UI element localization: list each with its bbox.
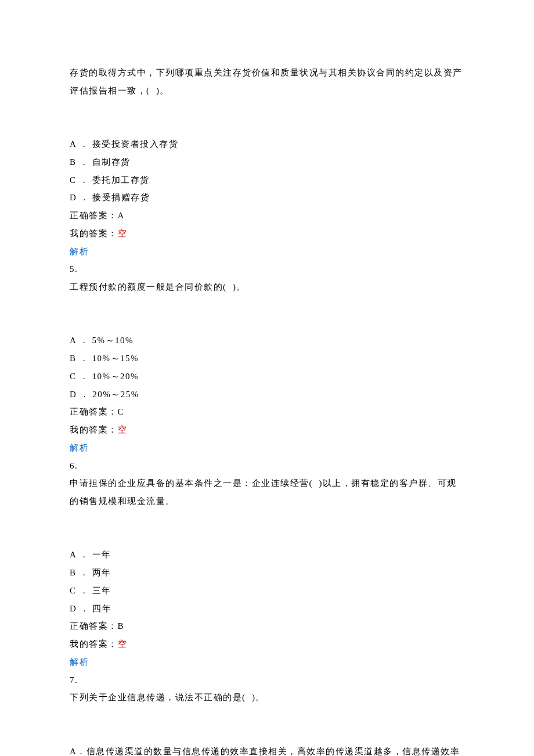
spacer <box>70 314 464 332</box>
q4-option-b: B ． 自制存货 <box>70 153 464 171</box>
q4-option-c: C ． 委托加工存货 <box>70 171 464 189</box>
spacer <box>70 296 464 314</box>
q5-option-a: A ． 5%～10% <box>70 332 464 350</box>
q7-stem: 下列关于企业信息传递，说法不正确的是( )。 <box>70 689 464 707</box>
spacer <box>70 725 464 743</box>
q6-option-a: A ． 一年 <box>70 546 464 564</box>
q6-my-answer-value: 空 <box>118 639 128 649</box>
q4-analysis-link[interactable]: 解析 <box>70 243 464 261</box>
spacer <box>70 528 464 546</box>
q4-option-d: D ． 接受捐赠存货 <box>70 189 464 207</box>
q5-number: 5. <box>70 260 464 278</box>
q4-my-answer: 我的答案：空 <box>70 225 464 243</box>
q6-option-b: B ． 两年 <box>70 564 464 582</box>
q6-number: 6. <box>70 457 464 475</box>
q6-option-c: C ． 三年 <box>70 582 464 600</box>
q6-option-d: D ． 四年 <box>70 600 464 618</box>
q5-analysis-link[interactable]: 解析 <box>70 439 464 457</box>
q5-stem: 工程预付款的额度一般是合同价款的( )。 <box>70 278 464 296</box>
q4-my-answer-value: 空 <box>118 229 128 238</box>
q4-stem: 存货的取得方式中，下列哪项重点关注存货价值和质量状况与其相关协议合同的约定以及资… <box>70 64 464 100</box>
q6-correct-answer: 正确答案：B <box>70 617 464 635</box>
q5-my-answer-label: 我的答案： <box>70 425 118 434</box>
q5-option-b: B ． 10%～15% <box>70 350 464 368</box>
spacer <box>70 117 464 135</box>
q5-correct-answer: 正确答案：C <box>70 403 464 421</box>
q5-my-answer: 我的答案：空 <box>70 421 464 439</box>
q7-number: 7. <box>70 671 464 689</box>
spacer <box>70 100 464 118</box>
spacer <box>70 510 464 528</box>
q4-my-answer-label: 我的答案： <box>70 229 118 238</box>
q7-option-a: A．信息传递渠道的数量与信息传递的效率直接相关，高效率的传递渠道越多，信息传递效… <box>70 743 464 757</box>
q6-analysis-link[interactable]: 解析 <box>70 653 464 671</box>
q5-option-c: C ． 10%～20% <box>70 368 464 386</box>
spacer <box>70 707 464 725</box>
q6-my-answer-label: 我的答案： <box>70 639 118 649</box>
q5-option-d: D ． 20%～25% <box>70 386 464 404</box>
q6-my-answer: 我的答案：空 <box>70 635 464 653</box>
q6-stem: 申请担保的企业应具备的基本条件之一是：企业连续经营( )以上，拥有稳定的客户群、… <box>70 474 464 510</box>
q5-my-answer-value: 空 <box>118 425 128 434</box>
q4-option-a: A ． 接受投资者投入存货 <box>70 135 464 153</box>
q4-correct-answer: 正确答案：A <box>70 207 464 225</box>
